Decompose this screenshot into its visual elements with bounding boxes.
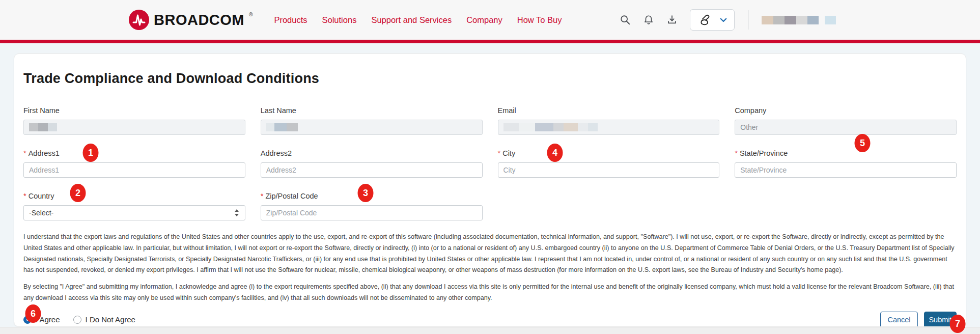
annotation-marker-4: 4: [547, 144, 563, 162]
field-address1: *Address1: [23, 149, 245, 178]
field-country: *Country -Select-: [23, 192, 245, 220]
city-label: *City: [498, 149, 720, 158]
country-label: *Country: [23, 192, 245, 201]
field-company: Company Other: [735, 106, 957, 135]
field-last-name: Last Name: [261, 106, 483, 135]
required-asterisk: *: [23, 149, 26, 157]
company-input: Other: [735, 120, 957, 135]
trade-compliance-page: BROADCOM ® Products Solutions Support an…: [0, 0, 980, 334]
annotation-marker-3: 3: [358, 184, 374, 202]
radio-i-do-not-agree[interactable]: I Do Not Agree: [73, 315, 135, 324]
annotation-marker-5: 5: [855, 134, 871, 152]
nav-how-to-buy[interactable]: How To Buy: [517, 15, 562, 25]
country-select[interactable]: -Select-: [23, 205, 245, 220]
nav-products[interactable]: Products: [274, 15, 307, 25]
annotation-marker-7: 7: [950, 315, 966, 333]
address2-label: Address2: [261, 149, 483, 158]
country-selected-value: -Select-: [29, 209, 53, 217]
brand-wordmark: BROADCOM: [154, 10, 244, 30]
page-body: Trade Compliance and Download Conditions…: [0, 43, 980, 327]
footer-strip: [0, 327, 980, 334]
annotation-marker-1: 1: [83, 144, 99, 162]
required-asterisk: *: [261, 192, 264, 200]
compliance-form: First Name Last Name Email: [23, 106, 957, 220]
redacted-value: [29, 123, 57, 131]
broadcom-logo[interactable]: BROADCOM ®: [129, 10, 253, 30]
state-province-input[interactable]: [735, 162, 957, 178]
header-divider: [748, 10, 748, 30]
required-asterisk: *: [498, 149, 501, 157]
email-input: [498, 120, 720, 135]
annotation-marker-2: 2: [70, 184, 86, 202]
field-email: Email: [498, 106, 720, 135]
nav-company[interactable]: Company: [466, 15, 502, 25]
first-name-input: [23, 120, 245, 135]
radio-unselected-icon[interactable]: [73, 316, 81, 324]
registered-mark: ®: [249, 12, 253, 17]
site-header: BROADCOM ® Products Solutions Support an…: [0, 0, 980, 40]
last-name-label: Last Name: [261, 106, 483, 115]
brand-red-divider: [0, 40, 980, 43]
redacted-value: [266, 123, 298, 131]
field-state-province: *State/Province: [735, 149, 957, 178]
grid-spacer: [498, 192, 720, 220]
legal-paragraph-2: By selecting "I Agree" and submitting my…: [23, 282, 957, 304]
action-buttons: Cancel Submit: [880, 312, 957, 327]
download-icon[interactable]: [666, 14, 678, 25]
redacted-user-name: [762, 16, 836, 24]
bell-icon[interactable]: [643, 14, 654, 25]
zip-postal-code-input[interactable]: [261, 205, 483, 220]
last-name-input: [261, 120, 483, 135]
select-updown-icon: [234, 209, 240, 217]
cancel-button[interactable]: Cancel: [880, 312, 918, 327]
field-city: *City: [498, 149, 720, 178]
search-icon[interactable]: [620, 14, 631, 25]
page-title: Trade Compliance and Download Conditions: [23, 71, 957, 87]
field-address2: Address2: [261, 149, 483, 178]
redacted-value: [503, 123, 598, 131]
nav-support-and-services[interactable]: Support and Services: [371, 15, 452, 25]
annotation-marker-6: 6: [25, 304, 41, 323]
avatar-icon: [696, 11, 715, 29]
address2-input[interactable]: [261, 162, 483, 178]
company-label: Company: [735, 106, 957, 115]
i-do-not-agree-label: I Do Not Agree: [86, 315, 135, 324]
address1-input[interactable]: [23, 162, 245, 178]
user-menu-button[interactable]: [690, 9, 735, 31]
city-input[interactable]: [498, 162, 720, 178]
email-label: Email: [498, 106, 720, 115]
first-name-label: First Name: [23, 106, 245, 115]
chevron-down-icon: [719, 15, 728, 24]
redacted-block: [825, 16, 836, 24]
field-first-name: First Name: [23, 106, 245, 135]
legal-paragraph-1: I understand that the export laws and re…: [23, 232, 957, 276]
company-value: Other: [740, 123, 758, 131]
address1-label: *Address1: [23, 149, 245, 158]
required-asterisk: *: [23, 192, 26, 200]
form-footer: I Agree I Do Not Agree Cancel Submit: [23, 312, 957, 327]
grid-spacer: [735, 192, 957, 220]
broadcom-pulse-icon: [129, 10, 149, 30]
trade-compliance-card: Trade Compliance and Download Conditions…: [14, 53, 966, 327]
nav-solutions[interactable]: Solutions: [322, 15, 357, 25]
redacted-block: [762, 16, 819, 24]
header-actions: [620, 9, 836, 31]
required-asterisk: *: [735, 149, 738, 157]
main-nav: Products Solutions Support and Services …: [262, 15, 562, 25]
state-province-label: *State/Province: [735, 149, 957, 158]
